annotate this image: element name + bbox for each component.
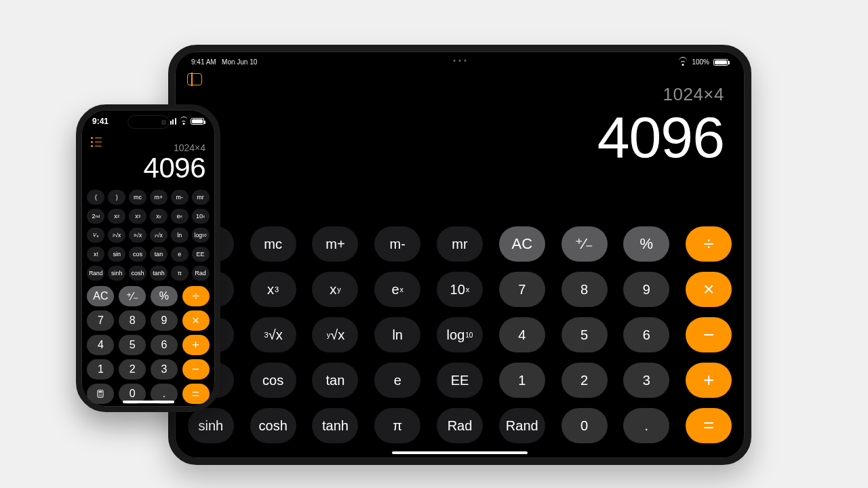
ip-key-sinh[interactable]: sinh [108, 266, 125, 281]
key-plus[interactable]: + [686, 363, 732, 398]
key-3[interactable]: 3 [623, 363, 669, 398]
ip-key-minus[interactable]: − [182, 359, 210, 380]
ip-key-equals[interactable]: = [182, 384, 210, 404]
camera-icon [161, 120, 166, 125]
ip-key-multiply[interactable]: × [182, 310, 210, 331]
key-8[interactable]: 8 [561, 272, 608, 307]
ip-key-5[interactable]: 5 [119, 335, 146, 355]
key-6[interactable]: 6 [623, 317, 669, 352]
key-mr[interactable]: mr [437, 226, 483, 262]
ip-key-4[interactable]: 4 [87, 335, 114, 355]
key-2[interactable]: 2 [561, 363, 608, 398]
ip-key-2nd[interactable]: 2nd [87, 209, 104, 224]
ip-key-e[interactable]: e [171, 247, 189, 262]
key-rad[interactable]: Rad [437, 408, 483, 443]
ip-key-plus[interactable]: + [182, 335, 210, 355]
ip-key-log10[interactable]: log10 [192, 228, 210, 243]
ip-key-sin[interactable]: sin [108, 247, 125, 262]
ip-key-mc[interactable]: mc [129, 190, 146, 205]
ip-key-1[interactable]: 1 [87, 359, 114, 380]
key-4[interactable]: 4 [499, 317, 545, 352]
ip-key-mr[interactable]: mr [192, 190, 210, 205]
ip-key-negate[interactable]: ⁺∕₋ [119, 286, 146, 306]
iphone-basic-keypad: AC ⁺∕₋ % ÷ 7 8 9 × 4 5 6 + 1 2 3 − 0 . = [87, 286, 210, 396]
key-log10[interactable]: log10 [437, 317, 483, 352]
ip-key-9[interactable]: 9 [151, 310, 178, 331]
key-divide[interactable]: ÷ [686, 226, 732, 262]
key-0[interactable]: 0 [561, 408, 608, 443]
ip-key-mplus[interactable]: m+ [150, 190, 167, 205]
key-m-minus[interactable]: m- [374, 226, 420, 262]
ip-key-7[interactable]: 7 [87, 310, 114, 331]
ip-key-sqrt3[interactable]: 3√x [129, 228, 146, 243]
ip-key-10x[interactable]: 10x [192, 209, 210, 224]
ipad-device: 9:41 AM Mon Jun 10 100% 1024×4 4096 ) mc… [168, 45, 751, 465]
ip-key-8[interactable]: 8 [119, 310, 146, 331]
key-minus[interactable]: − [686, 317, 732, 352]
ip-key-rad[interactable]: Rad [192, 266, 210, 281]
ipad-home-indicator[interactable] [392, 451, 528, 454]
ip-key-paren-open[interactable]: ( [87, 190, 104, 205]
ip-key-recip[interactable]: ¹∕ₓ [87, 228, 104, 243]
key-dot[interactable]: . [623, 408, 669, 443]
svg-point-2 [99, 394, 100, 394]
key-1[interactable]: 1 [499, 363, 545, 398]
key-equals[interactable]: = [686, 408, 732, 443]
ip-key-fact[interactable]: x! [87, 247, 104, 262]
ip-key-xy[interactable]: xy [150, 209, 167, 224]
key-e[interactable]: e [374, 363, 420, 398]
ip-key-paren-close[interactable]: ) [108, 190, 125, 205]
key-9[interactable]: 9 [623, 272, 669, 307]
ip-key-sqrty[interactable]: y√x [150, 228, 167, 243]
key-xy[interactable]: xy [312, 272, 358, 307]
ip-key-sqrt2[interactable]: 2√x [108, 228, 125, 243]
key-cos[interactable]: cos [250, 363, 296, 398]
ipad-keypad: ) mc m+ m- mr AC ⁺∕₋ % ÷ x2 x3 xy ex 10x… [184, 226, 735, 443]
key-tanh[interactable]: tanh [312, 408, 358, 443]
iphone-home-indicator[interactable] [123, 401, 174, 403]
ip-key-cosh[interactable]: cosh [129, 266, 146, 281]
key-7[interactable]: 7 [499, 272, 545, 307]
ip-key-mode[interactable] [87, 384, 114, 404]
ip-key-x2[interactable]: x2 [108, 209, 125, 224]
key-x3[interactable]: x3 [250, 272, 296, 307]
ip-key-percent[interactable]: % [151, 286, 178, 306]
ipad-time: 9:41 AM [191, 58, 216, 66]
key-m-plus[interactable]: m+ [312, 226, 358, 262]
ip-key-mminus[interactable]: m- [171, 190, 189, 205]
key-sinh[interactable]: sinh [188, 408, 234, 443]
dynamic-island [128, 116, 169, 128]
ip-key-6[interactable]: 6 [151, 335, 178, 355]
ip-key-cos[interactable]: cos [129, 247, 146, 262]
ip-key-ee[interactable]: EE [192, 247, 210, 262]
key-pi[interactable]: π [374, 408, 420, 443]
ip-key-3[interactable]: 3 [151, 359, 178, 380]
svg-point-7 [101, 395, 102, 396]
key-multiply[interactable]: × [686, 272, 732, 307]
key-percent[interactable]: % [623, 226, 669, 262]
key-ac[interactable]: AC [499, 226, 545, 262]
ip-key-rand[interactable]: Rand [87, 266, 104, 281]
key-mc[interactable]: mc [250, 226, 296, 262]
ip-key-tan[interactable]: tan [150, 247, 167, 262]
key-tan[interactable]: tan [312, 363, 358, 398]
ip-key-ac[interactable]: AC [87, 286, 114, 306]
ip-key-tanh[interactable]: tanh [150, 266, 167, 281]
ip-key-ex[interactable]: ex [171, 209, 189, 224]
key-cosh[interactable]: cosh [250, 408, 296, 443]
ip-key-pi[interactable]: π [171, 266, 189, 281]
key-ex[interactable]: ex [374, 272, 420, 307]
ip-key-2[interactable]: 2 [119, 359, 146, 380]
key-sqrt3[interactable]: 3√x [250, 317, 296, 352]
ip-key-divide[interactable]: ÷ [182, 286, 210, 306]
key-ee[interactable]: EE [437, 363, 483, 398]
key-sqrty[interactable]: y√x [312, 317, 358, 352]
key-negate[interactable]: ⁺∕₋ [561, 226, 608, 262]
key-rand[interactable]: Rand [499, 408, 545, 443]
ip-key-ln[interactable]: ln [171, 228, 189, 243]
key-5[interactable]: 5 [561, 317, 608, 352]
multitask-dots-icon[interactable] [454, 60, 467, 62]
key-10x[interactable]: 10x [437, 272, 483, 307]
ip-key-x3[interactable]: x3 [129, 209, 146, 224]
key-ln[interactable]: ln [374, 317, 420, 352]
